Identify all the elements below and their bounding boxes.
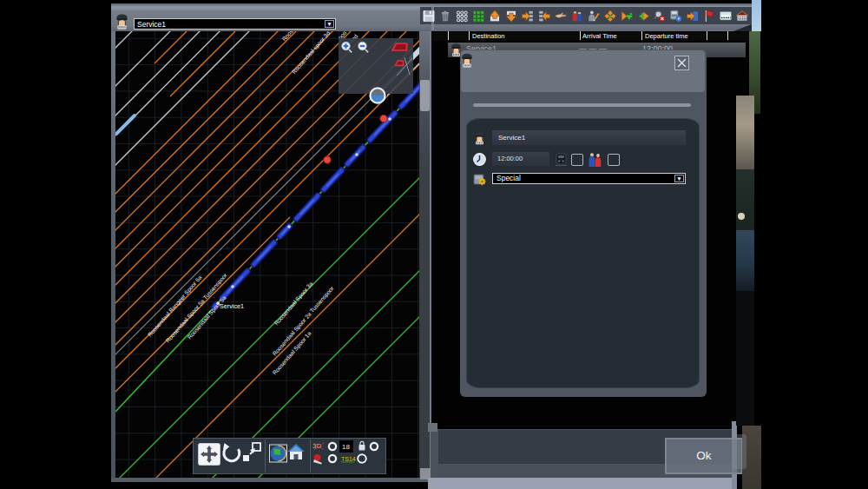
svg-text:Roosendaal Spoor 5a: Roosendaal Spoor 5a bbox=[187, 294, 228, 341]
svg-text:Roosendaal spoor 3d: Roosendaal spoor 3d bbox=[291, 31, 332, 76]
svg-text:18: 18 bbox=[342, 443, 350, 451]
svg-text:Service1: Service1 bbox=[220, 302, 244, 310]
svg-text:TS14: TS14 bbox=[341, 456, 356, 462]
svg-text:Roosendaal Spoor 3a: Roosendaal Spoor 3a bbox=[273, 281, 315, 327]
